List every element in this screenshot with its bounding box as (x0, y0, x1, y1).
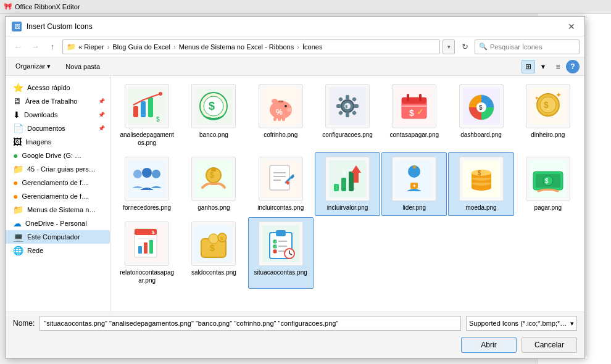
filename-label: Nome: (13, 319, 35, 328)
svg-point-85 (472, 170, 491, 176)
editor-titlebar: 🎀 Office RibbonX Editor (0, 0, 611, 14)
file-grid: $ analisedepagamentos.png $ (114, 80, 581, 289)
file-icon: $ (459, 157, 504, 201)
file-item-lider[interactable]: ✦ ★ lider.png (381, 152, 447, 216)
download-icon: ⬇ (13, 110, 20, 120)
svg-text:$: $ (210, 171, 214, 180)
file-icon: $ ✓ (392, 84, 436, 128)
file-item-moeda[interactable]: $ moeda.png (448, 152, 513, 216)
file-item-analisepagamentos[interactable]: $ analisedepagamentos.png (114, 80, 180, 151)
sidebar-item-criar-guias[interactable]: 📁 45 - Criar guias pers… (6, 162, 110, 176)
file-icon: $ (325, 84, 370, 128)
file-item-contasapagar[interactable]: $ ✓ contasapagar.png (381, 80, 447, 151)
sidebar-item-gerenciamento1[interactable]: ● Gerenciamento de f… (6, 176, 110, 189)
file-icon (125, 157, 169, 201)
filename-input[interactable] (39, 316, 461, 331)
file-icon: $ (191, 84, 236, 128)
file-item-cofrinho[interactable]: % cofrinho.png (248, 80, 314, 151)
sidebar-item-este-computador[interactable]: 💻 Este Computador (6, 230, 110, 244)
address-bar[interactable]: 📁 « Rieper › Blog Guia do Excel › Menus … (62, 39, 440, 54)
computer-icon: 💻 (13, 232, 23, 242)
svg-rect-50 (128, 160, 165, 197)
sidebar-item-onedrive[interactable]: ☁ OneDrive - Personal (6, 217, 110, 230)
details-view[interactable]: ≡ (551, 60, 565, 73)
organize-button[interactable]: Organizar ▾ (10, 60, 56, 73)
file-item-saldocontas[interactable]: $ $ saldocontas.png (181, 217, 246, 289)
file-item-incluircontas[interactable]: incluircontas.png (248, 152, 314, 216)
back-button[interactable]: ← (10, 39, 25, 54)
file-item-dinheiro[interactable]: $ ✦ ✦ dinheiro.png (515, 80, 581, 151)
file-icon: $ ✦ ✦ (526, 84, 570, 128)
sidebar-item-area-trabalho[interactable]: 🖥 Área de Trabalho 📌 (6, 94, 110, 108)
svg-point-12 (272, 99, 278, 104)
file-item-ganhos[interactable]: $ ganhos.png (181, 152, 246, 216)
open-button[interactable]: Abrir (461, 337, 517, 353)
file-icon: $ (125, 84, 169, 128)
sidebar-item-documentos[interactable]: 📄 Documentos 📌 (6, 122, 110, 135)
filename-row: Nome: Supported Icons (*.ico;*.bmp;*… ▾ (6, 312, 584, 334)
sidebar-item-acesso-rapido[interactable]: ⭐ Acesso rápido (6, 81, 110, 94)
svg-text:✦: ✦ (555, 91, 562, 99)
network-icon: 🌐 (13, 246, 23, 255)
close-button[interactable]: ✕ (565, 20, 578, 33)
file-item-dashboard[interactable]: $ dashboard.png (448, 80, 513, 151)
new-folder-label: Nova pasta (65, 63, 100, 70)
file-item-configuracoes[interactable]: $ configuracoes.png (315, 80, 380, 151)
cancel-button[interactable]: Cancelar (522, 337, 577, 353)
images-icon: 🖼 (13, 137, 22, 147)
search-box: 🔍 (475, 39, 580, 54)
svg-rect-95 (138, 246, 142, 254)
svg-text:★: ★ (412, 163, 417, 170)
svg-point-102 (209, 234, 218, 244)
file-name: dashboard.png (460, 131, 502, 139)
sidebar-label: Imagens (25, 138, 51, 146)
svg-text:✓: ✓ (417, 107, 424, 117)
svg-rect-59 (270, 165, 289, 190)
pin-icon: 📌 (98, 98, 105, 104)
dialog-titlebar: 🖼 Insert Custom Icons ✕ (6, 17, 584, 36)
file-item-incluirvalor[interactable]: $ incluirvalor.png (315, 152, 380, 216)
large-icons-view[interactable]: ⊞ (522, 60, 535, 73)
sidebar-item-downloads[interactable]: ⬇ Downloads 📌 (6, 108, 110, 122)
folder-blue-icon: ● (13, 178, 18, 188)
sidebar-label: Rede (27, 247, 43, 254)
file-item-situacaocontas[interactable]: ✓ ✓ (248, 217, 314, 289)
file-icon: $ (191, 157, 236, 201)
filetype-dropdown[interactable]: Supported Icons (*.ico;*.bmp;*… ▾ (466, 316, 577, 331)
help-button[interactable]: ? (566, 60, 580, 73)
sidebar-item-google-drive[interactable]: ● Google Drive (G: … (6, 149, 110, 162)
file-name: situacaocontas.png (254, 268, 307, 276)
sidebar-item-gerenciamento2[interactable]: ● Gerenciamento de f… (6, 189, 110, 203)
dropdown-view[interactable]: ▾ (536, 60, 550, 73)
file-name: analisedepagamentos.png (119, 131, 175, 147)
address-dropdown[interactable]: ▾ (443, 39, 455, 54)
svg-text:$: $ (409, 108, 414, 118)
main-content: ⭐ Acesso rápido 🖥 Área de Trabalho 📌 ⬇ D… (6, 76, 584, 312)
file-icon: $ (325, 157, 370, 201)
svg-text:$: $ (210, 243, 215, 253)
svg-rect-67 (329, 160, 366, 197)
sidebar-item-menus[interactable]: 📁 Menus de Sistema n… (6, 203, 110, 217)
filetype-label: Supported Icons (*.ico;*.bmp;*… (469, 320, 567, 327)
svg-text:✓: ✓ (274, 245, 277, 249)
star-icon: ⭐ (13, 83, 23, 93)
file-icon: $ (125, 221, 169, 266)
refresh-button[interactable]: ↻ (457, 39, 472, 54)
svg-text:$: $ (209, 100, 215, 112)
svg-text:$: $ (156, 116, 160, 123)
search-input[interactable] (490, 43, 575, 51)
svg-point-13 (285, 105, 287, 107)
svg-rect-69 (341, 178, 346, 191)
forward-button[interactable]: → (28, 39, 43, 54)
file-item-banco[interactable]: $ banco.png (181, 80, 246, 151)
new-folder-button[interactable]: Nova pasta (60, 60, 105, 73)
file-item-fornecedores[interactable]: fornecedores.png (114, 152, 180, 216)
file-item-pagar[interactable]: $ pagar.png (515, 152, 581, 216)
sidebar-item-imagens[interactable]: 🖼 Imagens (6, 135, 110, 149)
up-button[interactable]: ↑ (45, 39, 60, 54)
file-item-relatorio[interactable]: $ relatoriocontasapagar.png (114, 217, 180, 289)
file-name: configuracoes.png (322, 131, 373, 139)
sidebar-item-rede[interactable]: 🌐 Rede (6, 244, 110, 257)
svg-text:✓: ✓ (274, 240, 277, 244)
address-toolbar: ← → ↑ 📁 « Rieper › Blog Guia do Excel › … (6, 36, 584, 57)
